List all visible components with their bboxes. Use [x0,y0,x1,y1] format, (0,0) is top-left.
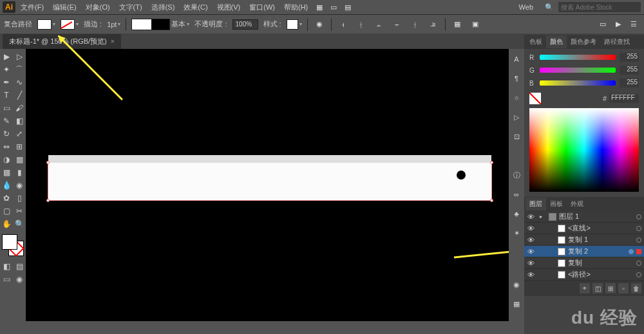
layout-icon[interactable]: ▤ [341,1,354,14]
magic-wand-tool[interactable]: ✦ [0,63,13,76]
graph-tool[interactable]: ▯ [13,192,26,205]
recolor-icon[interactable]: ◉ [313,18,326,31]
tab-color[interactable]: 颜色 [546,35,567,48]
r-value[interactable]: 255 [620,53,639,62]
direct-selection-tool[interactable]: ▷ [13,50,26,63]
color-spectrum[interactable] [529,108,639,192]
menu-effect[interactable]: 效果(C) [180,1,211,14]
zoom-tool[interactable]: 🔍 [13,218,26,230]
links-panel-icon[interactable]: ∞ [510,188,523,201]
align-bottom-icon[interactable]: ⫡ [427,18,440,31]
properties-panel-icon[interactable]: A [510,53,523,66]
layer-name[interactable]: <路径> [568,270,634,279]
pen-tool[interactable]: ✒ [0,76,13,89]
anchor-point[interactable] [46,161,50,164]
make-clipping-icon[interactable]: ◫ [592,283,603,293]
target-icon[interactable] [636,261,641,266]
shaper-tool[interactable]: ✎ [0,115,13,127]
target-icon[interactable] [636,272,641,277]
arrange-icon[interactable]: ▭ [327,1,340,14]
layer-name[interactable]: 复制 2 [568,246,626,256]
type-tool[interactable]: T [0,89,13,102]
anchor-point[interactable] [490,199,493,202]
locate-object-icon[interactable]: ⌖ [580,283,590,293]
target-icon[interactable] [636,214,641,219]
g-slider[interactable] [540,68,616,73]
gradient-mode-icon[interactable]: ▤ [13,260,26,273]
eyedropper-tool[interactable]: 💧 [0,179,13,192]
hand-tool[interactable]: ✋ [0,218,13,230]
color-mode-icon[interactable]: ◧ [0,260,13,273]
free-transform-tool[interactable]: ⊞ [13,140,26,153]
fill-color[interactable]: ▾ [37,19,55,30]
layer-row[interactable]: 👁▸图层 1 [524,211,644,223]
document-tab[interactable]: 未标题-1* @ 150% (RGB/预览) × [3,34,121,49]
tab-appearance[interactable]: 外观 [567,198,587,210]
target-icon[interactable] [636,237,641,243]
stroke-panel-icon[interactable]: ○ [510,91,523,104]
menu-window[interactable]: 窗口(W) [245,1,279,14]
paintbrush-tool[interactable]: 🖌 [13,102,26,115]
visibility-icon[interactable]: 👁 [527,271,535,279]
artwork-rectangle[interactable] [48,162,492,201]
close-tab-icon[interactable]: × [111,38,115,45]
selection-tool[interactable]: ▶ [0,50,13,63]
layer-name[interactable]: 复制 [568,258,634,268]
screen-mode-icon[interactable]: ▭ [0,273,13,286]
gradient-tool[interactable]: ▮ [13,166,26,179]
blend-tool[interactable]: ◉ [13,179,26,192]
shape-builder-tool[interactable]: ◑ [0,153,13,166]
line-tool[interactable]: ╱ [13,89,26,102]
transform-icon[interactable]: ▦ [451,18,464,31]
lasso-tool[interactable]: ⌒ [13,63,26,76]
menu-object[interactable]: 对象(O) [82,1,114,14]
anchor-point[interactable] [46,199,50,202]
menu-help[interactable]: 帮助(H) [280,1,312,14]
eraser-tool[interactable]: ◧ [13,115,26,127]
width-tool[interactable]: ⇔ [0,140,13,153]
new-layer-icon[interactable]: ▫ [618,283,629,293]
canvas[interactable] [26,49,509,321]
visibility-icon[interactable]: 👁 [527,259,535,267]
perspective-tool[interactable]: ▦ [13,153,26,166]
layer-name[interactable]: <直线> [568,223,634,233]
color-control[interactable] [2,234,24,256]
character-panel-icon[interactable]: ¶ [510,72,523,85]
rectangle-tool[interactable]: ▭ [0,102,13,115]
layer-name[interactable]: 复制 1 [568,235,634,245]
bridge-icon[interactable]: ▦ [313,1,326,14]
brush-def[interactable]: 基本▾ [131,19,189,30]
menu-view[interactable]: 视图(V) [213,1,245,14]
curvature-tool[interactable]: ∿ [13,76,26,89]
layer-row[interactable]: 👁<直线> [524,223,644,234]
align-right-icon[interactable]: ⫠ [373,18,386,31]
expand-icon[interactable]: ▸ [540,214,546,219]
align-top-icon[interactable]: ⫟ [391,18,404,31]
tab-pathfinder[interactable]: 路径查找 [600,35,634,48]
draw-mode-icon[interactable]: ◉ [13,273,26,286]
transform-panel-icon[interactable]: ⊡ [510,130,523,143]
stroke-color[interactable]: ▾ [61,19,79,30]
layer-row[interactable]: 👁复制 2 [524,246,644,257]
menu-select[interactable]: 选择(S) [147,1,179,14]
mesh-tool[interactable]: ▩ [0,166,13,179]
play-icon[interactable]: ▷ [510,111,523,124]
visibility-icon[interactable]: 👁 [527,236,535,244]
layer-name[interactable]: 图层 1 [559,212,634,221]
visibility-icon[interactable]: 👁 [527,213,535,221]
g-value[interactable]: 255 [620,66,639,75]
tab-artboards[interactable]: 画板 [546,198,567,210]
info-panel-icon[interactable]: ⓘ [510,169,523,181]
anchor-point[interactable] [490,161,493,164]
target-icon[interactable] [636,226,641,231]
none-swatch-icon[interactable] [529,93,541,104]
slice-tool[interactable]: ✂ [13,205,26,218]
fill-swatch[interactable] [2,234,17,250]
align-vcenter-icon[interactable]: ⟊ [409,18,422,31]
symbols-panel-icon[interactable]: ◉ [510,278,523,291]
tab-swatches[interactable]: 色板 [526,35,546,48]
menu-text[interactable]: 文字(T) [115,1,146,14]
opacity-input[interactable] [232,19,258,30]
r-slider[interactable] [540,55,616,60]
layer-row[interactable]: 👁复制 [524,257,644,269]
